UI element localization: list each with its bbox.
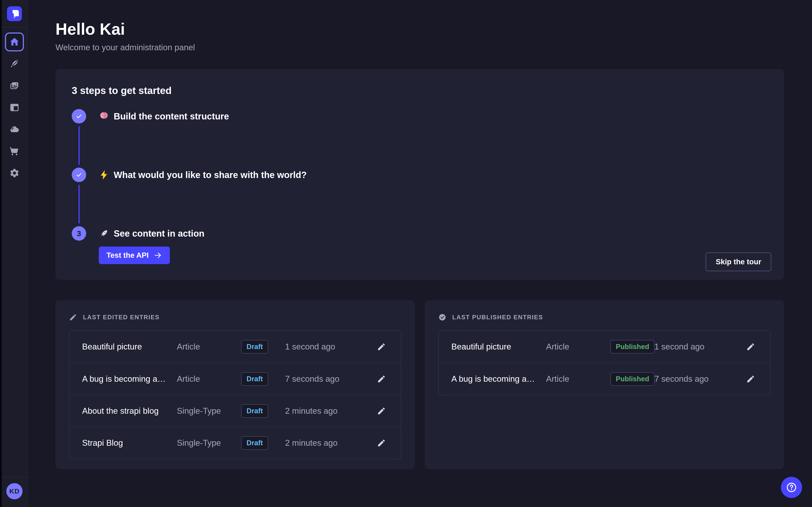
images-icon bbox=[9, 80, 19, 91]
edit-entry-button[interactable] bbox=[377, 342, 386, 351]
entry-type: Article bbox=[177, 374, 241, 384]
layout-icon bbox=[9, 102, 19, 113]
last-published-entries-panel: LAST PUBLISHED ENTRIES Beautiful picture… bbox=[425, 300, 784, 469]
pencil-icon bbox=[69, 313, 77, 321]
sidebar-divider bbox=[2, 27, 27, 27]
check-circle-icon bbox=[438, 313, 446, 321]
status-badge: Draft bbox=[241, 340, 268, 353]
step-text: Build the content structure bbox=[114, 111, 229, 121]
edit-entry-button[interactable] bbox=[377, 406, 386, 415]
entry-type: Single-Type bbox=[177, 406, 241, 416]
pencil-icon bbox=[377, 439, 386, 448]
entry-title: Beautiful picture bbox=[82, 342, 177, 351]
entry-title: Beautiful picture bbox=[451, 342, 546, 351]
last-edited-entries-panel: LAST EDITED ENTRIES Beautiful picture Ar… bbox=[55, 300, 415, 469]
sidebar-item-deploy[interactable] bbox=[5, 120, 24, 139]
entry-title: About the strapi blog bbox=[82, 406, 177, 416]
test-the-api-label: Test the API bbox=[106, 251, 149, 260]
check-icon bbox=[75, 171, 83, 178]
last-edited-header: LAST EDITED ENTRIES bbox=[69, 313, 401, 321]
strapi-logo[interactable] bbox=[7, 6, 22, 21]
entry-row: A bug is becoming a… Article Draft 7 sec… bbox=[69, 363, 401, 395]
onboarding-card: 3 steps to get started bbox=[55, 69, 784, 280]
edit-entry-button[interactable] bbox=[746, 375, 755, 384]
bolt-emoji-icon bbox=[99, 170, 109, 180]
status-badge: Published bbox=[610, 340, 655, 353]
cta-row: Test the API bbox=[99, 246, 768, 264]
entry-type: Article bbox=[177, 342, 241, 351]
sidebar-bottom: KD bbox=[2, 477, 27, 507]
pencil-icon bbox=[746, 375, 755, 384]
step-build-content-structure: Build the content structure bbox=[72, 109, 768, 123]
step-number-circle: 3 bbox=[72, 226, 86, 241]
sidebar-item-content-manager[interactable] bbox=[5, 54, 24, 73]
entry-row: Beautiful picture Article Draft 1 second… bbox=[69, 331, 401, 363]
main-content: Hello Kai Welcome to your administration… bbox=[28, 20, 812, 469]
entry-row: Strapi Blog Single-Type Draft 2 minutes … bbox=[69, 427, 401, 459]
entry-type: Article bbox=[546, 374, 610, 384]
last-published-header: LAST PUBLISHED ENTRIES bbox=[438, 313, 770, 321]
onboarding-steps: Build the content structure What bbox=[72, 109, 768, 264]
entry-time: 1 second ago bbox=[654, 342, 731, 351]
edit-entry-button[interactable] bbox=[377, 439, 386, 448]
window-edge bbox=[0, 0, 2, 507]
status-badge: Draft bbox=[241, 436, 268, 450]
step-share-with-world: What would you like to share with the wo… bbox=[72, 168, 768, 182]
entry-title: A bug is becoming a… bbox=[451, 374, 546, 384]
onboarding-title: 3 steps to get started bbox=[72, 85, 768, 97]
entry-time: 2 minutes ago bbox=[285, 406, 362, 416]
entry-row: A bug is becoming a… Article Published 7… bbox=[439, 363, 770, 395]
last-published-title: LAST PUBLISHED ENTRIES bbox=[452, 314, 543, 321]
sidebar-item-media-library[interactable] bbox=[5, 76, 24, 95]
sidebar-item-settings[interactable] bbox=[5, 164, 24, 182]
skip-the-tour-button[interactable]: Skip the tour bbox=[706, 252, 771, 271]
home-icon bbox=[9, 37, 19, 47]
entry-title: Strapi Blog bbox=[82, 438, 177, 448]
page-title: Hello Kai bbox=[55, 20, 784, 38]
pencil-icon bbox=[377, 375, 386, 384]
feather-icon bbox=[9, 59, 19, 69]
cloud-icon bbox=[9, 124, 19, 134]
sidebar-nav bbox=[2, 33, 27, 182]
check-icon bbox=[75, 113, 83, 120]
entry-time: 7 seconds ago bbox=[285, 374, 362, 384]
user-avatar[interactable]: KD bbox=[6, 483, 22, 499]
test-the-api-button[interactable]: Test the API bbox=[99, 246, 170, 264]
entry-type: Single-Type bbox=[177, 438, 241, 448]
sidebar-item-marketplace[interactable] bbox=[5, 142, 24, 161]
rocket-emoji-icon bbox=[99, 228, 109, 239]
entry-row: Beautiful picture Article Published 1 se… bbox=[439, 331, 770, 363]
pencil-icon bbox=[746, 342, 755, 351]
step-label: See content in action bbox=[99, 228, 204, 239]
step-see-content-in-action: 3 See content in action bbox=[72, 226, 768, 241]
step-text: What would you like to share with the wo… bbox=[114, 170, 307, 180]
step-connector bbox=[79, 126, 80, 165]
status-badge: Draft bbox=[241, 404, 268, 418]
gear-icon bbox=[9, 168, 19, 178]
entry-time: 1 second ago bbox=[285, 342, 362, 351]
page-subtitle: Welcome to your administration panel bbox=[55, 43, 784, 52]
pencil-icon bbox=[377, 342, 386, 351]
entry-time: 7 seconds ago bbox=[654, 374, 731, 384]
step-connector bbox=[79, 185, 80, 224]
step-text: See content in action bbox=[114, 228, 204, 239]
help-button[interactable] bbox=[781, 477, 802, 498]
brain-emoji-icon bbox=[99, 111, 109, 121]
strapi-logo-icon bbox=[7, 6, 22, 21]
edit-entry-button[interactable] bbox=[746, 342, 755, 351]
entries-section: LAST EDITED ENTRIES Beautiful picture Ar… bbox=[55, 300, 784, 469]
sidebar-divider bbox=[2, 477, 27, 477]
step-done-circle bbox=[72, 168, 86, 182]
pencil-icon bbox=[377, 406, 386, 415]
sidebar-item-home[interactable] bbox=[5, 33, 24, 51]
sidebar-item-content-type-builder[interactable] bbox=[5, 98, 24, 117]
arrow-right-icon bbox=[154, 251, 162, 260]
sidebar: KD bbox=[2, 0, 28, 507]
last-edited-table: Beautiful picture Article Draft 1 second… bbox=[69, 330, 401, 459]
status-badge: Draft bbox=[241, 372, 268, 386]
edit-entry-button[interactable] bbox=[377, 375, 386, 384]
question-mark-icon bbox=[785, 482, 797, 493]
cart-icon bbox=[9, 146, 19, 156]
entry-time: 2 minutes ago bbox=[285, 438, 362, 448]
last-published-table: Beautiful picture Article Published 1 se… bbox=[438, 330, 770, 395]
